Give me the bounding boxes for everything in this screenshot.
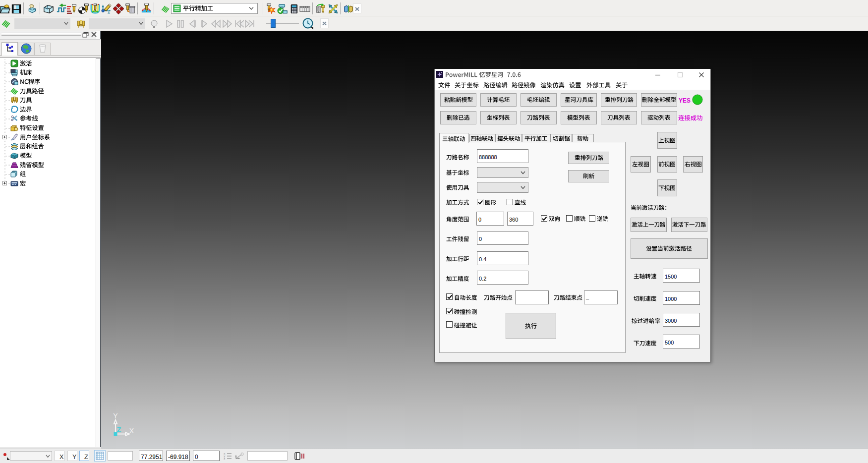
svg-text:Y: Y bbox=[113, 412, 118, 420]
svg-text:z: z bbox=[224, 457, 226, 460]
svg-text:Z: Z bbox=[117, 426, 121, 434]
svg-text:X: X bbox=[129, 427, 134, 435]
